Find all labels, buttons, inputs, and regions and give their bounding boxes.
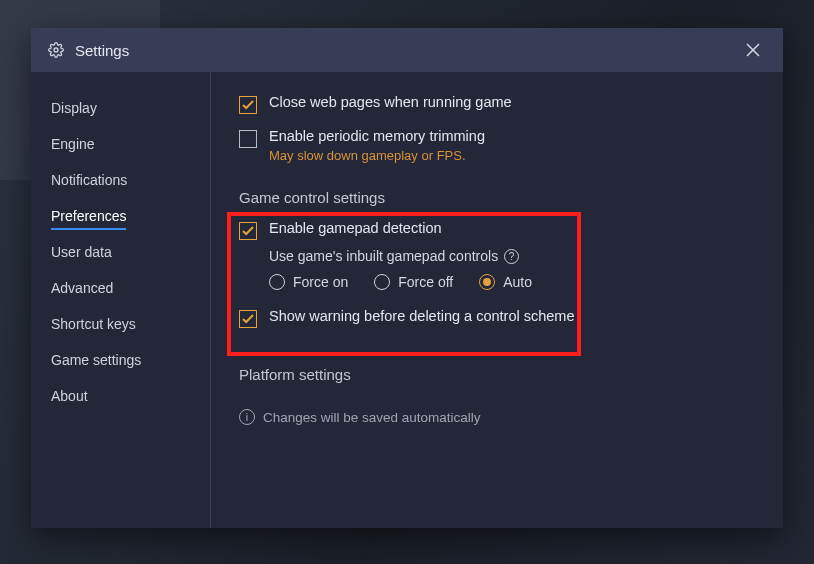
settings-dialog: Settings Display Engine Notifications Pr… [31,28,783,528]
radio-force-on[interactable]: Force on [269,274,348,290]
checkbox-label: Enable gamepad detection [269,220,442,236]
radio-label: Force off [398,274,453,290]
checkbox-close-web[interactable] [239,96,257,114]
sidebar-item-label: User data [51,244,112,260]
radio-label: Auto [503,274,532,290]
sidebar-item-game-settings[interactable]: Game settings [31,342,210,378]
close-button[interactable] [739,36,767,64]
sidebar-item-label: About [51,388,88,404]
radio-circle-icon [479,274,495,290]
sidebar-item-label: Advanced [51,280,113,296]
sidebar: Display Engine Notifications Preferences… [31,72,211,528]
radio-auto[interactable]: Auto [479,274,532,290]
sidebar-item-label: Game settings [51,352,141,368]
sidebar-item-notifications[interactable]: Notifications [31,162,210,198]
radio-circle-icon [374,274,390,290]
checkbox-mem-trim[interactable] [239,130,257,148]
checkbox-label: Close web pages when running game [269,94,512,110]
sidebar-item-label: Shortcut keys [51,316,136,332]
window-title: Settings [75,42,129,59]
sidebar-item-label: Preferences [51,208,126,230]
sidebar-item-display[interactable]: Display [31,90,210,126]
gear-icon [47,41,65,59]
section-title-game-controls: Game control settings [239,189,755,206]
footer-text: Changes will be saved automatically [263,410,481,425]
radio-force-off[interactable]: Force off [374,274,453,290]
hint-text: May slow down gameplay or FPS. [269,148,485,163]
radio-label: Force on [293,274,348,290]
svg-point-0 [54,48,58,52]
sidebar-item-preferences[interactable]: Preferences [31,198,210,234]
sidebar-item-about[interactable]: About [31,378,210,414]
checkbox-gamepad-detect[interactable] [239,222,257,240]
sidebar-item-shortcut-keys[interactable]: Shortcut keys [31,306,210,342]
radio-circle-icon [269,274,285,290]
help-icon[interactable]: ? [504,249,519,264]
info-icon: i [239,409,255,425]
sidebar-item-engine[interactable]: Engine [31,126,210,162]
sidebar-item-advanced[interactable]: Advanced [31,270,210,306]
sidebar-item-label: Engine [51,136,95,152]
section-title-platform: Platform settings [239,366,755,383]
checkbox-label: Enable periodic memory trimming [269,128,485,144]
sidebar-item-label: Notifications [51,172,127,188]
titlebar: Settings [31,28,783,72]
sub-label: Use game's inbuilt gamepad controls [269,248,498,264]
sidebar-item-label: Display [51,100,97,116]
settings-content: Close web pages when running game Enable… [211,72,783,528]
sidebar-item-user-data[interactable]: User data [31,234,210,270]
checkbox-delete-warn[interactable] [239,310,257,328]
checkbox-label: Show warning before deleting a control s… [269,308,574,324]
